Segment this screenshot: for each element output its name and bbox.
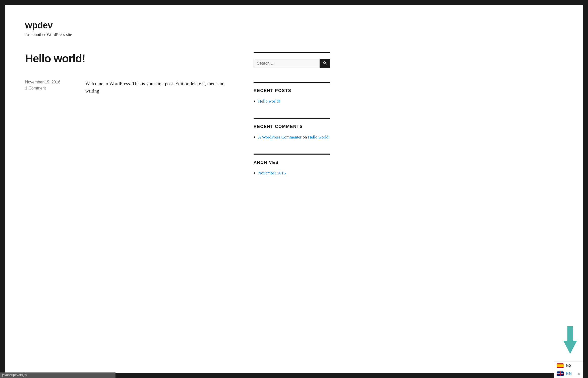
site-header: wpdev Just another WordPress site	[5, 5, 583, 52]
archives-heading: ARCHIVES	[254, 160, 330, 165]
list-item: November 2016	[258, 171, 330, 176]
language-label-en: EN	[566, 371, 575, 376]
list-item: A WordPress Commenter on Hello world!	[258, 135, 330, 140]
language-option-es[interactable]: ES	[554, 362, 583, 370]
search-form	[254, 59, 330, 68]
flag-es-icon	[557, 363, 564, 368]
chevron-up-icon	[578, 373, 580, 374]
language-option-en[interactable]: EN	[554, 370, 583, 378]
main-column: Hello world! November 19, 2016 1 Comment…	[25, 52, 239, 190]
browser-status-bar: javascript:void(0);	[0, 372, 115, 378]
site-title[interactable]: wpdev	[25, 20, 563, 31]
content-wrap: Hello world! November 19, 2016 1 Comment…	[5, 52, 583, 190]
recent-posts-heading: RECENT POSTS	[254, 88, 330, 93]
widget-recent-comments: RECENT COMMENTS A WordPress Commenter on…	[254, 118, 330, 140]
language-label-es: ES	[566, 363, 580, 368]
page-container: wpdev Just another WordPress site Hello …	[5, 5, 583, 373]
search-button[interactable]	[320, 59, 330, 68]
archive-link[interactable]: November 2016	[258, 171, 286, 175]
widget-search	[254, 52, 330, 68]
list-item: Hello world!	[258, 99, 330, 104]
post-title[interactable]: Hello world!	[25, 52, 239, 65]
comment-on-text: on	[302, 135, 308, 139]
widget-recent-posts: RECENT POSTS Hello world!	[254, 82, 330, 104]
post-date[interactable]: November 19, 2016	[25, 80, 70, 84]
post-body-row: November 19, 2016 1 Comment Welcome to W…	[25, 80, 239, 95]
post-meta: November 19, 2016 1 Comment	[25, 80, 70, 95]
post-comments-link[interactable]: 1 Comment	[25, 86, 70, 90]
site-tagline: Just another WordPress site	[25, 32, 563, 37]
recent-post-link[interactable]: Hello world!	[258, 99, 280, 104]
recent-comments-heading: RECENT COMMENTS	[254, 124, 330, 129]
language-switcher[interactable]: ES EN	[554, 361, 583, 378]
sidebar: RECENT POSTS Hello world! RECENT COMMENT…	[254, 52, 330, 190]
widget-archives: ARCHIVES November 2016	[254, 154, 330, 176]
comment-target-link[interactable]: Hello world!	[308, 135, 330, 139]
browser-viewport: wpdev Just another WordPress site Hello …	[0, 0, 588, 378]
flag-en-icon	[557, 371, 564, 376]
search-icon	[323, 61, 327, 66]
comment-author-link[interactable]: A WordPress Commenter	[258, 135, 302, 139]
search-input[interactable]	[254, 59, 320, 68]
post-content: Welcome to WordPress. This is your first…	[85, 80, 239, 95]
